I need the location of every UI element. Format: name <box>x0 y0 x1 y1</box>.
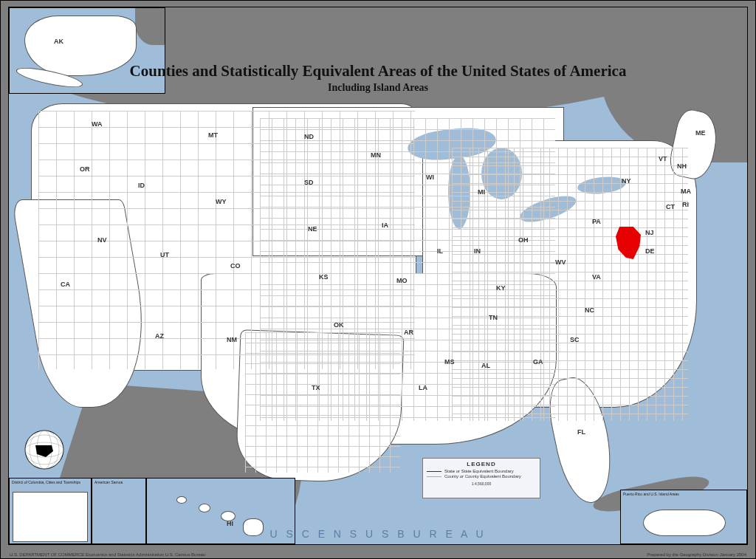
usa-land-texas <box>236 329 405 484</box>
footer-left: U.S. DEPARTMENT OF COMMERCE Economics an… <box>10 552 205 557</box>
inset-american-samoa: American Samoa <box>92 478 146 544</box>
legend-state-line-icon <box>427 471 441 472</box>
map-canvas[interactable]: WAORCANVIDMTWYUTCOAZNMNDSDNEKSOKTXMNIAMO… <box>8 7 748 545</box>
globe-locator-icon <box>24 429 65 470</box>
inset-dc-label: District of Columbia, Cities and Townshi… <box>12 480 80 484</box>
inset-puerto-rico: Puerto Rico and U.S. Island Areas <box>620 490 747 544</box>
inset-samoa-label: American Samoa <box>94 480 123 484</box>
legend-scale: 1:4,560,000 <box>427 481 536 486</box>
map-footer: U.S. DEPARTMENT OF COMMERCE Economics an… <box>10 552 746 557</box>
map-legend: LEGEND State or State Equivalent Boundar… <box>422 458 540 498</box>
legend-county-line-icon <box>427 476 441 477</box>
legend-state-line-label: State or State Equivalent Boundary <box>444 469 514 473</box>
inset-dc: District of Columbia, Cities and Townshi… <box>9 478 92 544</box>
lake-michigan <box>448 155 470 229</box>
map-frame: WAORCANVIDMTWYUTCOAZNMNDSDNEKSOKTXMNIAMO… <box>0 0 756 559</box>
census-branding: U S C E N S U S B U R E A U <box>269 528 486 540</box>
inset-pr-label: Puerto Rico and U.S. Island Areas <box>623 492 679 496</box>
lake-huron <box>481 148 522 199</box>
legend-county-line-label: County or County Equivalent Boundary <box>444 474 521 479</box>
legend-title: LEGEND <box>427 461 536 467</box>
footer-right: Prepared by the Geography Division Janua… <box>647 552 746 557</box>
inset-alaska: AK <box>9 7 165 94</box>
